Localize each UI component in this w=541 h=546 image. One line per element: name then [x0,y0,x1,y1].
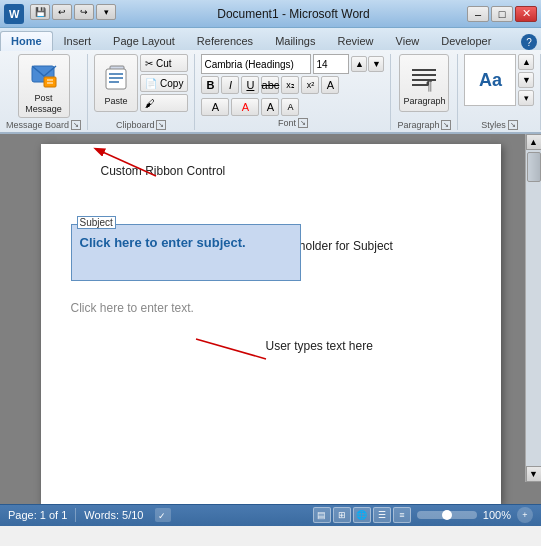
zoom-slider[interactable] [417,511,477,519]
message-board-expand[interactable]: ↘ [71,120,81,130]
subscript-button[interactable]: x₂ [281,76,299,94]
zoom-level: 100% [483,509,511,521]
title-bar: W 💾 ↩ ↪ ▾ Document1 - Microsoft Word – □… [0,0,541,28]
full-view-btn[interactable]: ⊞ [333,507,351,523]
subject-placeholder-text[interactable]: Click here to enter subject. [80,235,292,250]
body-placeholder[interactable]: Click here to enter text. [71,301,471,315]
text-highlight-button[interactable]: A [201,98,229,116]
italic-button[interactable]: I [221,76,239,94]
document-area: ▲ ▼ Custom Ribbon Control Place holder f… [0,134,541,504]
ribbon-content: PostMessage Message Board ↘ Pas [0,50,541,134]
post-message-label: PostMessage [25,93,62,115]
paragraph-icon: ¶ [408,62,440,94]
word-icon: W [4,4,24,24]
tab-developer[interactable]: Developer [430,31,502,51]
font-size-select[interactable] [313,54,349,74]
more-quick-btn[interactable]: ▾ [96,4,116,20]
tab-home[interactable]: Home [0,31,53,51]
subject-box[interactable]: Subject Click here to enter subject. [71,224,301,281]
font-size-arrows: ▲ ▼ [351,56,384,72]
post-message-icon [28,59,60,91]
svg-line-24 [196,339,266,359]
title-text: Document1 - Microsoft Word [120,7,467,21]
ribbon-group-clipboard-content: Paste ✂ Cut 📄 Copy 🖌 [94,54,188,118]
styles-scroll-down[interactable]: ▼ [518,72,534,88]
font-size-decrease[interactable]: ▼ [368,56,384,72]
clipboard-group-label: Clipboard ↘ [94,120,188,130]
web-view-btn[interactable]: 🌐 [353,507,371,523]
vertical-scrollbar[interactable]: ▲ ▼ [525,134,541,482]
svg-text:✓: ✓ [158,511,166,521]
tab-page-layout[interactable]: Page Layout [102,31,186,51]
subject-content[interactable]: Click here to enter subject. [72,225,300,280]
superscript-button[interactable]: x² [301,76,319,94]
styles-expand[interactable]: ↘ [508,120,518,130]
bold-button[interactable]: B [201,76,219,94]
font-size-increase[interactable]: ▲ [351,56,367,72]
font-group-label: Font ↘ [201,118,384,128]
outline-view-btn[interactable]: ☰ [373,507,391,523]
copy-button[interactable]: 📄 Copy [140,74,188,92]
paste-button[interactable]: Paste [94,54,138,112]
ribbon-group-styles: Aa ▲ ▼ ▾ Styles ↘ [460,54,541,130]
underline-button[interactable]: U [241,76,259,94]
styles-group-label: Styles ↘ [464,120,534,130]
message-board-group-label: Message Board ↘ [6,120,81,130]
format-painter-icon: 🖌 [145,98,155,109]
styles-group-content: Aa ▲ ▼ ▾ [464,54,534,118]
clipboard-expand[interactable]: ↘ [156,120,166,130]
font-size-small[interactable]: A [281,98,299,116]
svg-rect-3 [44,77,56,87]
scroll-up-arrow[interactable]: ▲ [526,134,542,150]
save-quick-btn[interactable]: 💾 [30,4,50,20]
zoom-in-btn[interactable]: + [517,507,533,523]
tab-mailings[interactable]: Mailings [264,31,326,51]
styles-more[interactable]: ▾ [518,90,534,106]
clipboard-small-btns: ✂ Cut 📄 Copy 🖌 [140,54,188,112]
cut-button[interactable]: ✂ Cut [140,54,188,72]
tab-review[interactable]: Review [326,31,384,51]
post-message-button[interactable]: PostMessage [18,54,70,118]
styles-gallery[interactable]: Aa [464,54,516,106]
custom-ribbon-annotation: Custom Ribbon Control [101,164,226,178]
scroll-down-arrow[interactable]: ▼ [526,466,542,482]
print-view-btn[interactable]: ▤ [313,507,331,523]
tab-insert[interactable]: Insert [53,31,103,51]
font-row1: ▲ ▼ [201,54,384,74]
ribbon-group-font: ▲ ▼ B I U abc x₂ x² A A A A A Font ↘ [197,54,391,130]
format-painter-button[interactable]: 🖌 [140,94,188,112]
svg-rect-8 [109,73,123,75]
styles-preview: Aa [479,70,502,91]
font-name-select[interactable] [201,54,311,74]
draft-view-btn[interactable]: ≡ [393,507,411,523]
maximize-button[interactable]: □ [491,6,513,22]
styles-scroll-up[interactable]: ▲ [518,54,534,70]
annotation-arrows-svg [41,144,501,504]
tab-references[interactable]: References [186,31,264,51]
minimize-button[interactable]: – [467,6,489,22]
paste-label: Paste [105,96,128,107]
font-expand[interactable]: ↘ [298,118,308,128]
scroll-thumb[interactable] [527,152,541,182]
zoom-thumb[interactable] [442,510,452,520]
document-page: Custom Ribbon Control Place holder for S… [41,144,501,504]
paragraph-group-content: ¶ Paragraph [399,54,449,118]
strikethrough-button[interactable]: abc [261,76,279,94]
ribbon-group-clipboard: Paste ✂ Cut 📄 Copy 🖌 Clipboard ↘ [90,54,195,130]
help-button[interactable]: ? [521,34,537,50]
tab-view[interactable]: View [385,31,431,51]
undo-quick-btn[interactable]: ↩ [52,4,72,20]
font-color-button[interactable]: A [231,98,259,116]
paragraph-group-label: Paragraph ↘ [397,120,451,130]
spell-check-icon: ✓ [155,508,171,522]
clear-format-button[interactable]: A [321,76,339,94]
copy-icon: 📄 [145,78,157,89]
font-size-large[interactable]: A [261,98,279,116]
paragraph-expand[interactable]: ↘ [441,120,451,130]
close-button[interactable]: ✕ [515,6,537,22]
ribbon-group-message-board: PostMessage Message Board ↘ [2,54,88,130]
redo-quick-btn[interactable]: ↪ [74,4,94,20]
paragraph-button[interactable]: ¶ Paragraph [399,54,449,112]
paste-icon [100,62,132,94]
ribbon-group-message-board-content: PostMessage [18,54,70,118]
